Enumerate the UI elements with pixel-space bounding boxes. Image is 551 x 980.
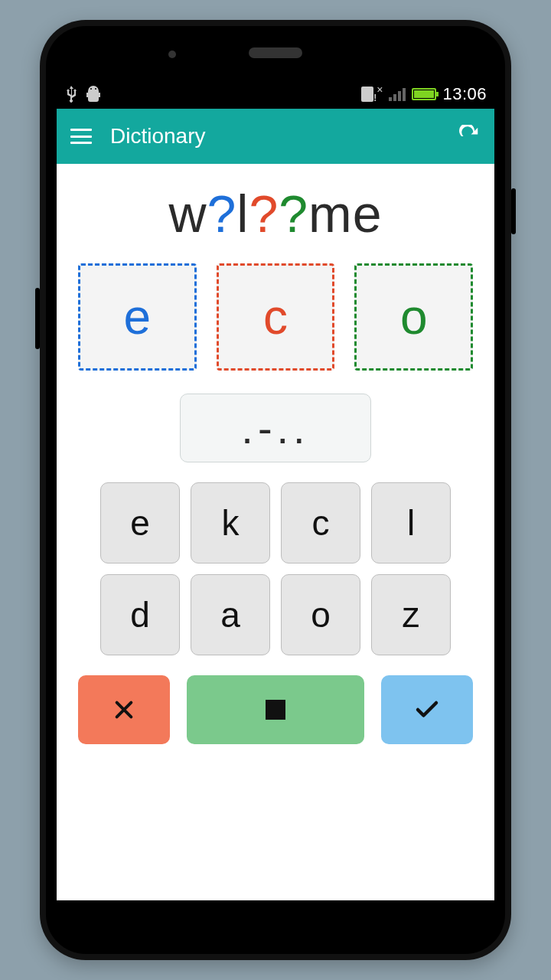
word-part: l <box>236 185 249 243</box>
battery-icon <box>412 88 436 100</box>
svg-point-1 <box>95 88 96 90</box>
word-blank-2: ? <box>249 185 279 243</box>
earpiece <box>249 47 302 58</box>
key-c[interactable]: c <box>281 482 360 564</box>
morse-display[interactable]: .-.. <box>180 394 371 462</box>
menu-button[interactable] <box>70 129 92 144</box>
power-button <box>511 188 516 234</box>
app-title: Dictionary <box>110 124 205 149</box>
android-debug-icon <box>86 86 101 103</box>
key-k[interactable]: k <box>191 482 270 564</box>
morse-text: .-.. <box>241 403 309 453</box>
key-d[interactable]: d <box>100 574 180 655</box>
app-bar: Dictionary <box>57 109 494 164</box>
word-part: w <box>168 185 207 243</box>
word-blank-3: ? <box>279 185 308 243</box>
stop-icon <box>266 700 285 720</box>
puzzle-word: w?l??me <box>78 184 473 243</box>
confirm-button[interactable] <box>381 675 473 744</box>
phone-frame: × 13:06 Dictionary w?l??me <box>40 20 511 960</box>
usb-icon <box>64 86 78 103</box>
hint-row: e c o <box>78 263 473 371</box>
stop-button[interactable] <box>187 675 364 744</box>
refresh-button[interactable] <box>458 125 481 148</box>
signal-icon <box>389 87 406 101</box>
letter-keyboard: e k c l d a o z <box>78 482 473 655</box>
front-camera <box>168 51 176 58</box>
key-a[interactable]: a <box>191 574 270 655</box>
no-signal-x-icon: × <box>377 83 383 96</box>
hint-slot-1[interactable]: e <box>78 263 197 371</box>
main-content: w?l??me e c o .-.. e <box>57 164 494 760</box>
volume-button <box>35 288 40 349</box>
key-z[interactable]: z <box>371 574 451 655</box>
key-o[interactable]: o <box>281 574 360 655</box>
close-icon <box>112 697 136 722</box>
action-row <box>78 675 473 744</box>
word-blank-1: ? <box>207 185 237 243</box>
hint-slot-3[interactable]: o <box>354 263 473 371</box>
hint-letter: c <box>263 289 288 345</box>
status-bar: × 13:06 <box>57 80 494 109</box>
check-icon <box>413 696 441 724</box>
hint-slot-2[interactable]: c <box>217 263 335 371</box>
screen: × 13:06 Dictionary w?l??me <box>57 80 494 900</box>
word-part: me <box>308 185 382 243</box>
key-e[interactable]: e <box>100 482 180 564</box>
status-clock: 13:06 <box>442 84 487 104</box>
hint-letter: e <box>124 289 152 345</box>
key-l[interactable]: l <box>371 482 451 564</box>
cancel-button[interactable] <box>78 675 170 744</box>
svg-point-0 <box>90 88 92 90</box>
hint-letter: o <box>400 289 428 345</box>
storage-icon <box>361 87 373 102</box>
